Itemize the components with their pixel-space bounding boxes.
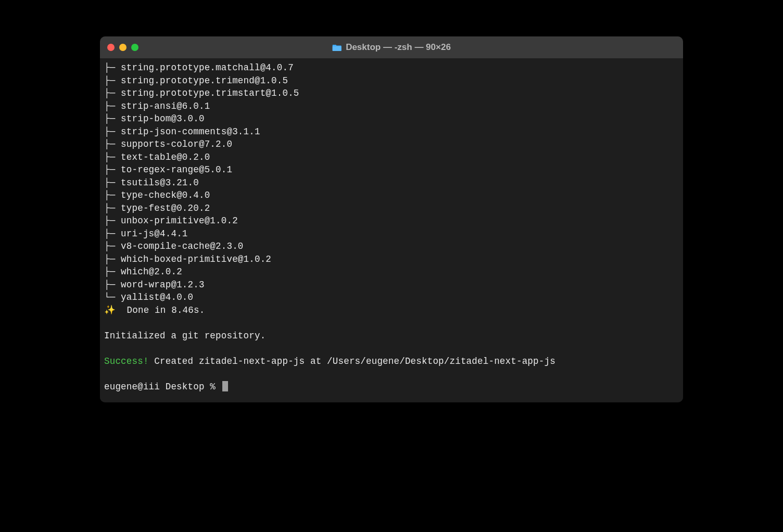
- package-line: ├─ which-boxed-primitive@1.0.2: [104, 254, 271, 264]
- package-line: ├─ type-fest@0.20.2: [104, 203, 210, 213]
- package-line: ├─ text-table@0.2.0: [104, 152, 210, 162]
- package-line: ├─ strip-json-comments@3.1.1: [104, 126, 260, 137]
- package-line: ├─ tsutils@3.21.0: [104, 178, 199, 188]
- package-line: ├─ v8-compile-cache@2.3.0: [104, 241, 244, 251]
- cursor: [222, 381, 228, 391]
- terminal-output: ├─ string.prototype.matchall@4.0.7 ├─ st…: [104, 61, 679, 393]
- package-line: ├─ string.prototype.matchall@4.0.7: [104, 62, 294, 73]
- package-line: ├─ unbox-primitive@1.0.2: [104, 216, 238, 226]
- success-message: Created zitadel-next-app-js at /Users/eu…: [149, 356, 555, 366]
- package-line: ├─ uri-js@4.4.1: [104, 229, 188, 239]
- minimize-button[interactable]: [119, 44, 127, 51]
- terminal-body[interactable]: ├─ string.prototype.matchall@4.0.7 ├─ st…: [100, 58, 683, 402]
- package-line: ├─ to-regex-range@5.0.1: [104, 164, 232, 175]
- package-line: ├─ word-wrap@1.2.3: [104, 280, 205, 290]
- package-line: ├─ string.prototype.trimend@1.0.5: [104, 75, 288, 86]
- folder-icon: [332, 44, 342, 52]
- done-line: ✨ Done in 8.46s.: [104, 305, 205, 315]
- shell-prompt: eugene@iii Desktop %: [104, 382, 221, 392]
- window-title-text: Desktop — -zsh — 90×26: [346, 42, 451, 53]
- package-line: ├─ strip-ansi@6.0.1: [104, 101, 210, 111]
- package-line: ├─ strip-bom@3.0.0: [104, 113, 205, 124]
- traffic-lights: [107, 44, 138, 51]
- titlebar: Desktop — -zsh — 90×26: [100, 36, 683, 58]
- window-title: Desktop — -zsh — 90×26: [332, 42, 451, 53]
- package-line: ├─ string.prototype.trimstart@1.0.5: [104, 88, 299, 98]
- success-label: Success!: [104, 356, 149, 366]
- package-line: ├─ supports-color@7.2.0: [104, 139, 232, 149]
- package-line: ├─ type-check@0.4.0: [104, 190, 210, 200]
- package-line: ├─ which@2.0.2: [104, 267, 182, 277]
- close-button[interactable]: [107, 44, 115, 51]
- maximize-button[interactable]: [131, 44, 138, 51]
- git-init-line: Initialized a git repository.: [104, 331, 266, 341]
- terminal-window: Desktop — -zsh — 90×26 ├─ string.prototy…: [100, 36, 683, 402]
- sparkle-icon: ✨: [104, 305, 116, 315]
- success-line: Success! Created zitadel-next-app-js at …: [104, 356, 555, 366]
- package-line: └─ yallist@4.0.0: [104, 292, 193, 302]
